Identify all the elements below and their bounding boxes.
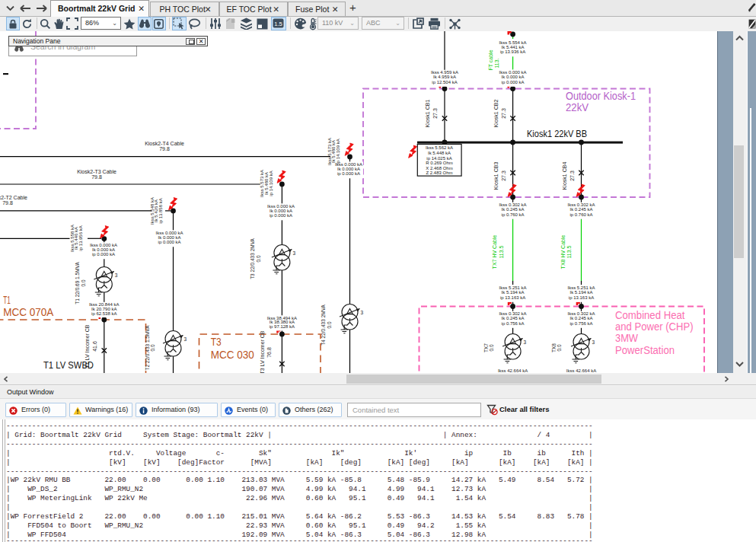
svg-text:MCC 030: MCC 030 [211, 349, 254, 361]
svg-text:Kiosk2-T2 Cable: Kiosk2-T2 Cable [0, 195, 27, 200]
svg-text:Kiosk1 CB1: Kiosk1 CB1 [425, 100, 430, 128]
svg-text:Ik 5.194 kA: Ik 5.194 kA [502, 290, 525, 295]
svg-text:Kiosk1 22kV BB: Kiosk1 22kV BB [527, 129, 587, 139]
svg-text:113.5: 113.5 [566, 245, 572, 258]
svg-text:Ikss 0.000 kA: Ikss 0.000 kA [267, 204, 295, 209]
svg-text:Ik 0.000 kA: Ik 0.000 kA [158, 235, 181, 240]
svg-text:Ik 0.000 kA: Ik 0.000 kA [502, 75, 525, 79]
svg-text:Ik 0.000 kA: Ik 0.000 kA [337, 167, 360, 171]
svg-text:ip 0.756 kA: ip 0.756 kA [569, 321, 592, 326]
svg-text:0.0: 0.0 [557, 344, 562, 351]
svg-text:Outdoor Kiosk-1: Outdoor Kiosk-1 [566, 90, 636, 102]
svg-text:T1: T1 [3, 294, 11, 306]
svg-text:TX7: TX7 [483, 343, 489, 352]
svg-text:Kiosk2-T4 Cable: Kiosk2-T4 Cable [145, 141, 184, 146]
svg-text:Ikss 0.302 kA: Ikss 0.302 kA [567, 202, 595, 207]
svg-text:ip 14.025 kA: ip 14.025 kA [426, 156, 451, 161]
svg-text:ip 0.000 kA: ip 0.000 kA [270, 213, 292, 218]
svg-text:Kiosk1 CB2: Kiosk1 CB2 [493, 100, 499, 128]
svg-text:0.0: 0.0 [150, 344, 155, 351]
svg-text:0.0: 0.0 [327, 321, 332, 328]
svg-text:79.8: 79.8 [159, 146, 170, 151]
svg-text:76.8: 76.8 [266, 347, 272, 358]
svg-text:Ik 0.245 kA: Ik 0.245 kA [502, 316, 525, 320]
svg-text:1.5: 1.5 [274, 21, 282, 27]
svg-text:Kiosk2-T3 Cable: Kiosk2-T3 Cable [77, 169, 116, 174]
svg-text:TX7 HV Cable: TX7 HV Cable [492, 235, 497, 269]
svg-text:Kiosk1 CB4: Kiosk1 CB4 [562, 162, 567, 190]
svg-text:ip 0.760 kA: ip 0.760 kA [569, 212, 592, 217]
svg-text:Kiosk1 CB3: Kiosk1 CB3 [493, 162, 499, 190]
svg-text:113.: 113. [494, 58, 499, 68]
svg-text:Ik 0.245 kA: Ik 0.245 kA [569, 207, 592, 212]
svg-text:PowerStation: PowerStation [615, 344, 675, 356]
svg-text:ip 97.128 kA: ip 97.128 kA [270, 324, 295, 329]
svg-text:ip 13.956 kA: ip 13.956 kA [78, 225, 83, 250]
svg-text:Ik 4.959 kA: Ik 4.959 kA [433, 75, 456, 79]
svg-text:Ikss 0.302 kA: Ikss 0.302 kA [567, 311, 595, 316]
svg-text:Z 2.483 Ohm: Z 2.483 Ohm [426, 171, 452, 175]
svg-text:Ikss 0.302 kA: Ikss 0.302 kA [499, 311, 527, 316]
svg-text:ip 0.000 kA: ip 0.000 kA [502, 80, 525, 84]
svg-text:Ikss 0.000 kA: Ikss 0.000 kA [156, 231, 183, 235]
svg-text:ip 0.000 kA: ip 0.000 kA [158, 240, 181, 244]
svg-text:T4 22/0.433 2MVA: T4 22/0.433 2MVA [321, 304, 326, 345]
svg-text:Ikss 5.554 kA: Ikss 5.554 kA [499, 40, 527, 45]
svg-text:3: 3 [292, 250, 295, 256]
svg-text:T1 LV SWBD: T1 LV SWBD [43, 359, 94, 371]
svg-text:ip 13.163 kA: ip 13.163 kA [500, 295, 525, 300]
svg-text:3: 3 [184, 336, 187, 342]
svg-text:X 2.468 Ohm: X 2.468 Ohm [426, 166, 452, 171]
svg-text:R 0.269 Ohm: R 0.269 Ohm [426, 161, 453, 165]
svg-text:ip 13.858 kA: ip 13.858 kA [158, 198, 163, 223]
svg-text:ip 0.000 kA: ip 0.000 kA [92, 252, 115, 257]
svg-text:T1 22/0.69 1.5MVA: T1 22/0.69 1.5MVA [75, 262, 80, 304]
svg-text:ip 0.760 kA: ip 0.760 kA [502, 212, 525, 217]
svg-text:ip 13.936 kA: ip 13.936 kA [500, 49, 525, 54]
svg-text:Ik 5.441 kA: Ik 5.441 kA [502, 45, 525, 49]
svg-text:41.6: 41.6 [92, 341, 97, 352]
svg-text:ip 12.504 kA: ip 12.504 kA [432, 80, 457, 84]
svg-text:T2 22/0.433 1.5MVA: T2 22/0.433 1.5MVA [145, 325, 150, 371]
svg-text:3: 3 [524, 340, 527, 345]
svg-text:Ik 0.000 kA: Ik 0.000 kA [92, 247, 115, 252]
svg-text:ip 62.538 kA: ip 62.538 kA [91, 311, 116, 316]
svg-text:79.8: 79.8 [2, 200, 13, 206]
svg-text:ip 13.163 kA: ip 13.163 kA [569, 295, 594, 300]
svg-text:27.3: 27.3 [569, 171, 575, 181]
svg-text:and Power (CHP): and Power (CHP) [615, 320, 694, 333]
svg-text:ip 14.109 kA: ip 14.109 kA [269, 171, 273, 196]
svg-text:Ik 0.245 kA: Ik 0.245 kA [569, 316, 592, 320]
svg-text:Ikss 0.000 kA: Ikss 0.000 kA [90, 243, 117, 247]
svg-text:3MW: 3MW [615, 332, 639, 344]
svg-text:Ikss 0.302 kA: Ikss 0.302 kA [499, 202, 527, 207]
svg-text:3: 3 [115, 273, 118, 278]
svg-text:Ikss 5.251 kA: Ikss 5.251 kA [567, 285, 595, 290]
svg-text:ip 14.109 kA: ip 14.109 kA [336, 139, 340, 164]
svg-text:Ikss 4.959 kA: Ikss 4.959 kA [431, 70, 458, 75]
svg-text:27.3: 27.3 [501, 171, 506, 181]
svg-text:Ik 0.245 kA: Ik 0.245 kA [502, 207, 525, 212]
svg-text:ip 0.000 kA: ip 0.000 kA [337, 171, 360, 176]
svg-text:Ikss 42.664 kA: Ikss 42.664 kA [566, 368, 596, 373]
svg-text:27.3: 27.3 [432, 108, 438, 119]
svg-text:Ikss 5.562 kA: Ikss 5.562 kA [426, 145, 453, 150]
svg-text:0.0: 0.0 [256, 255, 261, 262]
svg-text:3: 3 [592, 340, 595, 345]
svg-text:Ik 0.000 kA: Ik 0.000 kA [270, 209, 292, 213]
svg-text:T3: T3 [211, 336, 222, 348]
svg-text:T3 22/0.433 2MVA: T3 22/0.433 2MVA [250, 238, 255, 279]
svg-text:Ikss 42.664 kA: Ikss 42.664 kA [498, 368, 528, 373]
svg-text:FT cable: FT cable [488, 49, 493, 70]
svg-text:TX8 HV Cable: TX8 HV Cable [560, 235, 566, 269]
svg-text:Ik 5.448 kA: Ik 5.448 kA [428, 151, 451, 155]
svg-text:T3 LV Incomer CB: T3 LV Incomer CB [260, 330, 265, 373]
svg-text:Combined Heat: Combined Heat [615, 309, 685, 321]
svg-text:27.3: 27.3 [501, 108, 506, 119]
svg-text:TX8: TX8 [551, 343, 557, 352]
svg-text:113.5: 113.5 [499, 245, 504, 258]
svg-text:Ikss 0.000 kA: Ikss 0.000 kA [499, 70, 527, 75]
svg-text:79.8: 79.8 [91, 174, 102, 180]
svg-text:0.0: 0.0 [489, 344, 494, 351]
svg-text:22kV: 22kV [566, 101, 589, 113]
